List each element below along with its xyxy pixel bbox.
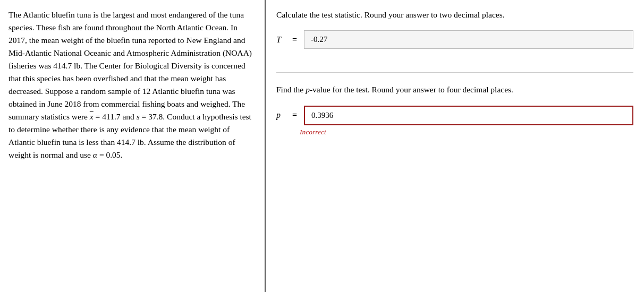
question-2-block: Find the p-value for the test. Round you… xyxy=(276,83,633,136)
question-1-block: Calculate the test statistic. Round your… xyxy=(276,8,633,49)
question-1-answer-row: T = xyxy=(276,30,633,49)
right-panel: Calculate the test statistic. Round your… xyxy=(266,0,644,292)
p-label: p xyxy=(276,110,287,120)
p-equals: = xyxy=(292,110,299,120)
p-input[interactable] xyxy=(304,106,633,125)
incorrect-feedback: Incorrect xyxy=(300,128,633,136)
main-container: The Atlantic bluefin tuna is the largest… xyxy=(0,0,644,292)
question-1-text: Calculate the test statistic. Round your… xyxy=(276,8,633,21)
t-equals: = xyxy=(292,35,299,45)
question-2-text: Find the p-value for the test. Round you… xyxy=(276,83,633,96)
t-label: T xyxy=(276,35,287,45)
left-panel: The Atlantic bluefin tuna is the largest… xyxy=(0,0,266,292)
question-2-answer-row: p = xyxy=(276,106,633,125)
t-input[interactable] xyxy=(304,30,633,49)
problem-text: The Atlantic bluefin tuna is the largest… xyxy=(9,8,254,161)
section-divider xyxy=(276,72,633,73)
